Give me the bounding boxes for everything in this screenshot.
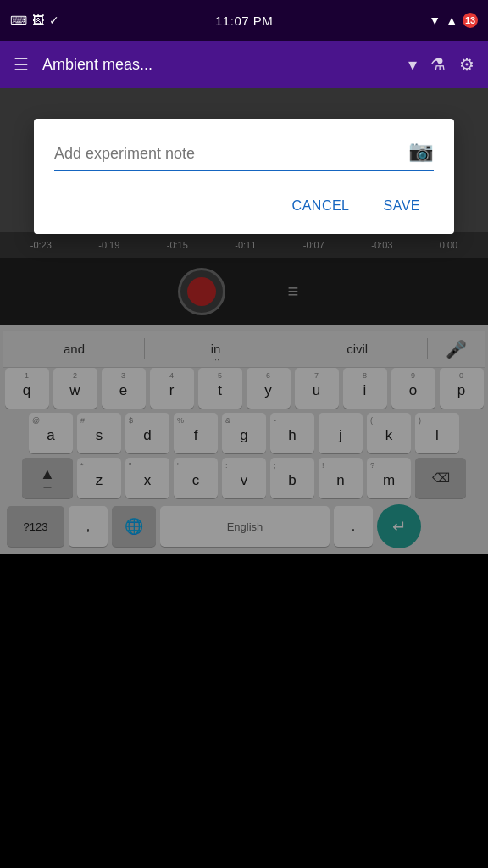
- app-bar: ☰ Ambient meas... ▾ ⚗ ⚙: [0, 41, 488, 88]
- add-note-dialog: 📷 CANCEL SAVE: [34, 119, 454, 234]
- check-icon: ✓: [49, 14, 59, 27]
- dropdown-icon[interactable]: ▾: [408, 54, 417, 75]
- camera-icon[interactable]: 📷: [408, 139, 434, 163]
- image-icon: 🖼: [32, 14, 44, 27]
- cancel-button[interactable]: CANCEL: [279, 192, 363, 220]
- keyboard-icon: ⌨: [10, 14, 27, 27]
- experiment-note-input[interactable]: [54, 145, 398, 163]
- signal-icon: ▲: [446, 14, 458, 27]
- status-time: 11:07 PM: [215, 14, 273, 28]
- status-bar: ⌨ 🖼 ✓ 11:07 PM ▼ ▲ 13: [0, 0, 488, 41]
- lab-icon[interactable]: ⚗: [430, 54, 446, 75]
- save-button[interactable]: SAVE: [370, 192, 435, 220]
- hamburger-menu-icon[interactable]: ☰: [14, 54, 29, 75]
- settings-icon[interactable]: ⚙: [459, 54, 474, 75]
- dialog-input-row: 📷: [54, 139, 434, 171]
- dialog-buttons: CANCEL SAVE: [54, 192, 434, 220]
- status-bar-left: ⌨ 🖼 ✓: [10, 14, 59, 27]
- status-bar-right: ▼ ▲ 13: [429, 13, 478, 28]
- wifi-icon: ▼: [429, 14, 441, 27]
- notification-badge: 13: [463, 13, 478, 28]
- app-title: Ambient meas...: [42, 56, 395, 74]
